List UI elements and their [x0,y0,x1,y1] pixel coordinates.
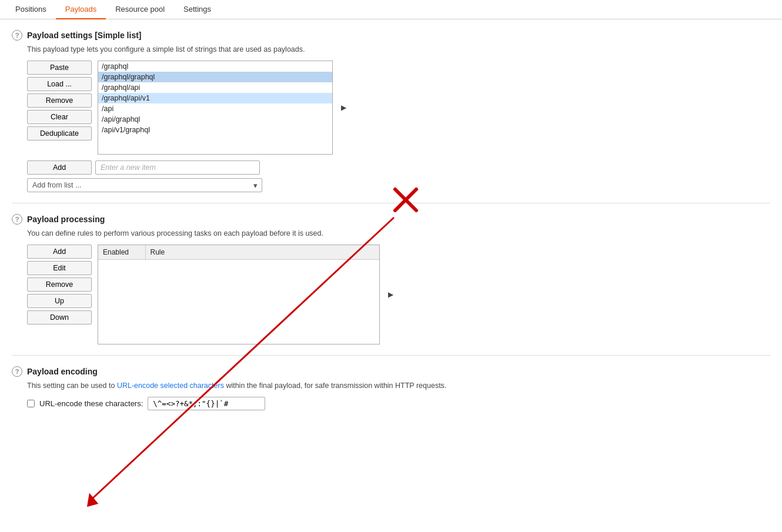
remove-button[interactable]: Remove [27,93,92,108]
payload-list-item[interactable]: /graphql/api/v1 [98,93,332,103]
payload-list-item[interactable]: /api [98,103,332,114]
paste-button[interactable]: Paste [27,61,92,75]
url-encode-label: URL-encode these characters: [39,399,143,408]
add-from-list-select[interactable]: Add from list ... [27,178,262,192]
payload-list-buttons: Paste Load ... Remove Clear Deduplicate [27,61,92,155]
payload-list-item[interactable]: /api/graphql [98,114,332,125]
payload-encoding-section: ? Payload encoding This setting can be u… [12,356,770,421]
payload-list-item[interactable]: /graphql/graphql [98,72,332,82]
payload-settings-section: ? Payload settings [Simple list] This pa… [12,30,770,203]
proc-col-rule: Rule [145,245,379,260]
proc-remove-button[interactable]: Remove [27,277,92,292]
load-button[interactable]: Load ... [27,77,92,91]
proc-col-enabled: Enabled [98,245,145,260]
proc-up-button[interactable]: Up [27,294,92,308]
tab-settings[interactable]: Settings [174,0,220,19]
payload-processing-title: Payload processing [27,215,105,224]
payload-processing-desc: You can define rules to perform various … [27,229,770,237]
payload-list-item[interactable]: /api/v1/graphql [98,125,332,135]
proc-add-button[interactable]: Add [27,245,92,259]
deduplicate-button[interactable]: Deduplicate [27,126,92,140]
svg-marker-3 [83,491,98,507]
payload-settings-title: Payload settings [Simple list] [27,31,142,40]
payload-processing-header: ? Payload processing [12,214,770,225]
url-encode-checkbox[interactable] [27,400,35,407]
tab-payloads[interactable]: Payloads [56,0,106,19]
main-content: ? Payload settings [Simple list] This pa… [0,19,782,431]
payload-settings-help-icon[interactable]: ? [12,30,22,41]
tab-resource-pool[interactable]: Resource pool [106,0,174,19]
payload-processing-section: ? Payload processing You can define rule… [12,203,770,356]
proc-table-wrapper: Enabled Rule [98,245,380,344]
proc-scroll-arrow: ▶ [386,245,393,344]
proc-down-button[interactable]: Down [27,310,92,324]
proc-buttons: Add Edit Remove Up Down [27,245,92,344]
clear-button[interactable]: Clear [27,110,92,124]
payload-settings-desc: This payload type lets you configure a s… [27,45,770,53]
listbox-scroll-arrow: ▶ [339,61,346,155]
tab-bar: Positions Payloads Resource pool Setting… [0,0,782,19]
payload-list-item[interactable]: /graphql/api [98,82,332,93]
proc-table: Enabled Rule [98,245,379,260]
add-from-list-row: Add from list ... [27,178,770,192]
payload-encoding-help-icon[interactable]: ? [12,366,22,377]
processing-area: Add Edit Remove Up Down Enabled Rule [27,245,770,344]
payload-list-item[interactable]: /graphql [98,61,332,72]
encoding-chars-input[interactable] [148,397,265,410]
add-row: Add [27,160,770,175]
payload-encoding-title: Payload encoding [27,367,98,376]
add-input[interactable] [95,160,260,175]
payload-encoding-header: ? Payload encoding [12,366,770,377]
add-from-list-wrapper: Add from list ... [27,178,262,192]
payload-settings-header: ? Payload settings [Simple list] [12,30,770,41]
encoding-row: URL-encode these characters: [27,397,770,410]
add-button[interactable]: Add [27,160,92,175]
payload-list-area: Paste Load ... Remove Clear Deduplicate … [27,61,770,155]
payload-listbox[interactable]: /graphql/graphql/graphql/graphql/api/gra… [98,61,333,155]
proc-edit-button[interactable]: Edit [27,261,92,275]
payload-processing-help-icon[interactable]: ? [12,214,22,225]
payload-encoding-desc: This setting can be used to URL-encode s… [27,382,770,390]
tab-positions[interactable]: Positions [6,0,56,19]
